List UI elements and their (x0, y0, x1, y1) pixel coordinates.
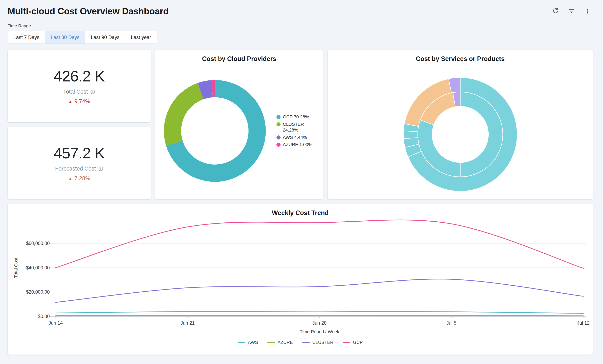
legend-item-cluster[interactable]: CLUSTER (302, 340, 334, 345)
trend-line-azure (56, 315, 583, 316)
legend-swatch-icon (277, 135, 280, 140)
forecasted-cost-label-row: Forecasted Cost (55, 165, 103, 172)
legend-label: CLUSTER 24.28% (283, 121, 317, 133)
time-range-button-group: Last 7 DaysLast 30 DaysLast 90 DaysLast … (8, 31, 593, 44)
legend-item-aws[interactable]: AWS 4.44% (277, 135, 317, 141)
forecasted-cost-label: Forecasted Cost (55, 165, 96, 172)
forecasted-cost-delta-value: 7.28% (74, 175, 90, 182)
legend-label: AZURE (278, 340, 293, 345)
cost-by-services-card: Cost by Services or Products (328, 50, 593, 199)
total-cost-label: Total Cost (63, 89, 88, 95)
legend-label: CLUSTER (312, 340, 334, 345)
legend-item-azure[interactable]: AZURE (267, 340, 293, 345)
legend-label: AZURE 1.00% (283, 142, 312, 148)
filter-button[interactable] (566, 6, 577, 17)
svg-text:Jun 21: Jun 21 (181, 320, 195, 326)
legend-item-aws[interactable]: AWS (238, 340, 258, 345)
kpi-column: 426.2 K Total Cost ▲ 9.74% (8, 50, 151, 199)
total-cost-label-row: Total Cost (63, 89, 95, 95)
legend-item-azure[interactable]: AZURE 1.00% (277, 142, 317, 148)
time-range-last-90-days[interactable]: Last 90 Days (85, 31, 125, 44)
sunburst-segment[interactable] (403, 131, 418, 139)
time-range-label: Time Range (8, 23, 593, 28)
time-range-last-year[interactable]: Last year (125, 31, 157, 44)
legend-label: AWS (248, 340, 258, 345)
info-icon[interactable] (90, 89, 95, 94)
time-range-last-30-days[interactable]: Last 30 Days (45, 31, 85, 44)
svg-text:Jun 14: Jun 14 (48, 320, 63, 326)
svg-text:$40,000.00: $40,000.00 (26, 265, 50, 270)
svg-text:$0.00: $0.00 (38, 314, 50, 319)
total-cost-delta-value: 9.74% (74, 98, 90, 105)
svg-text:Jun 28: Jun 28 (312, 320, 326, 326)
dashboard-page: Multi-cloud Cost Overview Dashboard (0, 0, 601, 361)
trend-line-gcp (56, 220, 583, 268)
total-cost-delta: ▲ 9.74% (68, 98, 90, 105)
providers-donut-row: GCP 70.28%CLUSTER 24.28%AWS 4.44%AZURE 1… (155, 63, 323, 199)
cost-by-providers-card: Cost by Cloud Providers GCP 70.28%CLUSTE… (155, 50, 323, 199)
refresh-icon (552, 8, 559, 15)
services-sunburst-chart (403, 77, 518, 192)
svg-text:Jul 12: Jul 12 (577, 320, 590, 326)
svg-text:Time Period / Week: Time Period / Week (300, 329, 339, 334)
trend-line-aws (56, 311, 583, 313)
info-icon[interactable] (98, 166, 103, 171)
header: Multi-cloud Cost Overview Dashboard (8, 4, 593, 18)
trend-up-icon: ▲ (68, 176, 72, 181)
kebab-menu-icon (584, 8, 591, 15)
trend-line-cluster (56, 279, 583, 302)
legend-label: AWS 4.44% (283, 135, 307, 141)
total-cost-value: 426.2 K (54, 67, 104, 85)
legend-item-gcp[interactable]: GCP (343, 340, 363, 345)
weekly-cost-trend-card: Weekly Cost Trend $0.00$20,000.00$40,000… (8, 204, 593, 354)
forecasted-cost-card: 457.2 K Forecasted Cost ▲ 7.28% (8, 127, 151, 199)
legend-item-cluster[interactable]: CLUSTER 24.28% (277, 121, 317, 133)
header-actions (550, 6, 593, 17)
pie-slice-cluster[interactable] (164, 83, 204, 146)
legend-label: GCP (353, 340, 363, 345)
total-cost-card: 426.2 K Total Cost ▲ 9.74% (8, 50, 151, 122)
svg-text:Jul 5: Jul 5 (446, 320, 456, 326)
chart-title: Weekly Cost Trend (8, 209, 593, 217)
trend-up-icon: ▲ (68, 99, 72, 104)
forecasted-cost-delta: ▲ 7.28% (68, 175, 90, 182)
chart-title: Cost by Services or Products (328, 55, 593, 63)
filter-icon (568, 8, 575, 15)
more-options-button[interactable] (582, 6, 593, 17)
legend-swatch-icon (267, 342, 275, 343)
trend-legend: AWSAZURECLUSTERGCP (8, 340, 593, 345)
forecasted-cost-value: 457.2 K (54, 144, 104, 162)
services-sunburst-wrap (328, 63, 593, 199)
svg-text:Total Cost: Total Cost (13, 258, 19, 278)
legend-label: GCP 70.28% (283, 114, 309, 120)
refresh-button[interactable] (550, 6, 561, 17)
page-title: Multi-cloud Cost Overview Dashboard (8, 6, 169, 16)
providers-donut-chart (163, 80, 266, 182)
legend-item-gcp[interactable]: GCP 70.28% (277, 114, 317, 120)
legend-swatch-icon (277, 122, 280, 126)
legend-swatch-icon (343, 342, 350, 343)
svg-text:$20,000.00: $20,000.00 (26, 289, 50, 295)
legend-swatch-icon (302, 342, 310, 343)
svg-text:$60,000.00: $60,000.00 (26, 241, 50, 246)
chart-title: Cost by Cloud Providers (155, 55, 323, 63)
weekly-cost-trend-chart: $0.00$20,000.00$40,000.00$60,000.00Jun 1… (8, 218, 593, 339)
time-range-last-7-days[interactable]: Last 7 Days (8, 31, 45, 44)
legend-swatch-icon (277, 143, 280, 147)
legend-swatch-icon (277, 115, 280, 119)
providers-legend: GCP 70.28%CLUSTER 24.28%AWS 4.44%AZURE 1… (277, 113, 317, 149)
legend-swatch-icon (238, 342, 245, 343)
top-row: 426.2 K Total Cost ▲ 9.74% (8, 50, 593, 199)
